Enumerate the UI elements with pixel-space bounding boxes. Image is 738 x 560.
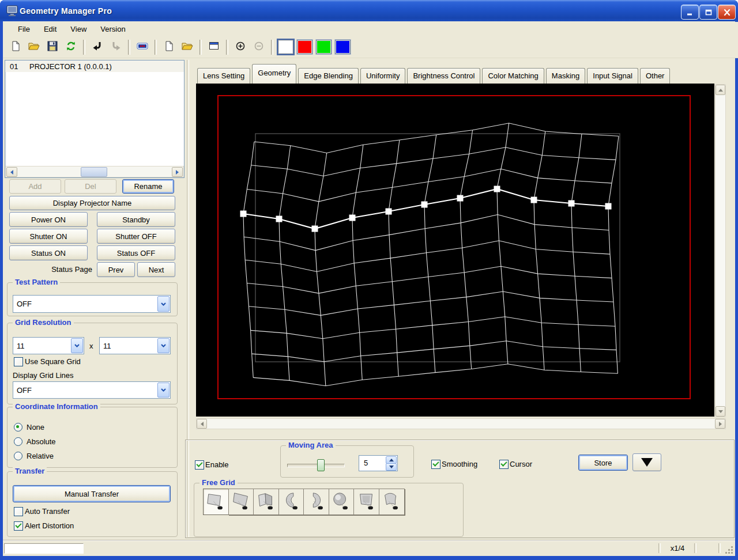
- chevron-down-icon[interactable]: [157, 383, 170, 398]
- zoom-out-button[interactable]: [250, 39, 268, 56]
- swatch-white[interactable]: [278, 40, 293, 54]
- screen-curve-right-button[interactable]: [303, 489, 329, 515]
- tab-edge-blending[interactable]: Edge Blending: [298, 68, 359, 84]
- moving-area-spinner[interactable]: 5: [359, 455, 398, 471]
- radio-label: Relative: [27, 452, 54, 460]
- tab-color-matching[interactable]: Color Matching: [482, 68, 544, 84]
- screen-curve-left-icon: [280, 491, 302, 513]
- scroll-right-button[interactable]: [715, 419, 725, 429]
- hscroll-thumb[interactable]: [81, 167, 107, 177]
- status-on-button[interactable]: Status ON: [9, 245, 88, 260]
- add-button[interactable]: Add: [9, 179, 61, 194]
- minimize-button[interactable]: [681, 5, 699, 20]
- status-progress-box: [4, 543, 84, 554]
- store-dropdown-button[interactable]: [632, 453, 661, 471]
- menu-file[interactable]: File: [11, 23, 37, 35]
- display-grid-lines-select[interactable]: OFF: [13, 381, 171, 399]
- moving-area-slider-track[interactable]: [287, 464, 345, 467]
- del-button[interactable]: Del: [65, 179, 116, 194]
- canvas-hscrollbar[interactable]: [196, 418, 726, 429]
- next-button[interactable]: Next: [137, 262, 175, 277]
- swatch-red[interactable]: [297, 40, 312, 54]
- scroll-right-button[interactable]: [172, 167, 183, 177]
- alert-distortion-checkbox[interactable]: [14, 521, 23, 531]
- manual-transfer-button[interactable]: Manual Transfer: [13, 485, 171, 502]
- undo-button[interactable]: [88, 39, 107, 56]
- screen-wave-button[interactable]: [379, 489, 405, 515]
- test-pattern-select[interactable]: OFF: [13, 295, 171, 313]
- toolbar-separator: [226, 40, 228, 55]
- tab-geometry[interactable]: Geometry: [252, 64, 296, 84]
- projector-id-icon: [137, 41, 148, 52]
- display-projector-name-button[interactable]: Display Projector Name: [9, 196, 175, 210]
- menu-version[interactable]: Version: [93, 23, 132, 35]
- tab-input-signal[interactable]: Input Signal: [587, 68, 638, 84]
- auto-transfer-checkbox[interactable]: [14, 507, 23, 516]
- geometry-canvas[interactable]: [196, 84, 714, 417]
- radio-option-none[interactable]: None: [14, 423, 56, 432]
- tab-other[interactable]: Other: [640, 68, 671, 84]
- screen-sphere-button[interactable]: [329, 489, 355, 515]
- refresh-button[interactable]: [62, 39, 80, 56]
- screen-tilt-button[interactable]: [228, 489, 254, 515]
- rename-button[interactable]: Rename: [122, 179, 174, 194]
- chevron-down-icon[interactable]: [157, 338, 170, 353]
- grid-h-select[interactable]: 11: [13, 337, 84, 354]
- screen-persp-button[interactable]: [353, 489, 379, 515]
- chevron-down-icon[interactable]: [71, 338, 83, 353]
- redo-button[interactable]: [107, 39, 125, 56]
- zoom-in-button[interactable]: [231, 39, 250, 56]
- save-button[interactable]: [43, 39, 62, 56]
- radio-option-absolute[interactable]: Absolute: [14, 437, 56, 446]
- screen-curve-left-button[interactable]: [278, 489, 304, 515]
- screen-flat-button[interactable]: [203, 489, 229, 515]
- scroll-left-button[interactable]: [6, 167, 17, 177]
- standby-button[interactable]: Standby: [97, 212, 175, 227]
- projector-list-item[interactable]: 01PROJECTOR 1 (0.0.0.1): [5, 60, 184, 72]
- store-button[interactable]: Store: [578, 455, 628, 471]
- prev-button[interactable]: Prev: [97, 262, 135, 277]
- projector-id-button[interactable]: [133, 39, 152, 56]
- screen-curve-right-icon: [306, 491, 327, 513]
- canvas-vscrollbar[interactable]: [715, 84, 726, 417]
- grid-v-select[interactable]: 11: [99, 337, 171, 354]
- menu-view[interactable]: View: [63, 23, 93, 35]
- shutter-off-button[interactable]: Shutter OFF: [97, 229, 175, 244]
- tab-uniformity[interactable]: Uniformity: [360, 68, 406, 84]
- close-button[interactable]: [718, 5, 736, 20]
- up-arrow-icon: [718, 89, 723, 92]
- scroll-left-button[interactable]: [197, 419, 207, 429]
- cursor-checkbox[interactable]: [499, 460, 509, 469]
- open-folder-2-button[interactable]: [178, 39, 197, 56]
- smoothing-checkbox[interactable]: [431, 460, 440, 469]
- power-on-button[interactable]: Power ON: [9, 212, 88, 227]
- new-file-button[interactable]: [6, 39, 25, 56]
- tab-masking[interactable]: Masking: [546, 68, 585, 84]
- tab-brightness-control[interactable]: Brightness Control: [407, 68, 480, 84]
- swatch-blue[interactable]: [335, 40, 351, 54]
- radio-icon: [14, 452, 22, 460]
- maximize-button[interactable]: [699, 5, 717, 20]
- window-button[interactable]: [205, 39, 223, 56]
- spinner-down-button[interactable]: [386, 463, 397, 471]
- use-square-grid-checkbox[interactable]: [14, 357, 23, 366]
- new-file-2-button[interactable]: [160, 39, 178, 56]
- title-bar[interactable]: Geometry Manager Pro: [0, 0, 738, 21]
- status-off-button[interactable]: Status OFF: [97, 245, 175, 260]
- shutter-on-button[interactable]: Shutter ON: [9, 229, 88, 244]
- dropdown-triangle-icon: [641, 458, 653, 467]
- projector-list[interactable]: 01PROJECTOR 1 (0.0.0.1): [5, 60, 184, 178]
- projector-list-hscrollbar[interactable]: [5, 166, 184, 177]
- resize-grip[interactable]: [725, 546, 733, 556]
- menu-edit[interactable]: Edit: [37, 23, 63, 35]
- swatch-green[interactable]: [316, 40, 332, 54]
- screen-fold-button[interactable]: [253, 489, 279, 515]
- moving-area-slider-thumb[interactable]: [317, 459, 325, 471]
- tab-lens-setting[interactable]: Lens Setting: [197, 68, 250, 84]
- radio-option-relative[interactable]: Relative: [14, 452, 56, 460]
- scroll-up-button[interactable]: [716, 85, 725, 95]
- enable-checkbox[interactable]: [195, 460, 204, 470]
- scroll-down-button[interactable]: [716, 406, 725, 417]
- chevron-down-icon[interactable]: [157, 296, 170, 312]
- open-folder-button[interactable]: [25, 39, 43, 56]
